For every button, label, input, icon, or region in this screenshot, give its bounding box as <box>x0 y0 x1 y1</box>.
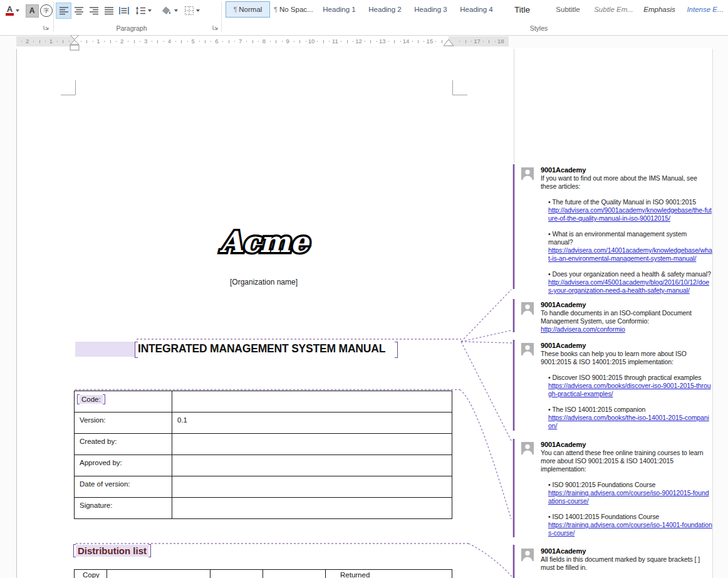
distribution-header-label: Copy <box>83 571 100 578</box>
ruler-tick <box>234 41 235 42</box>
info-label-cell[interactable]: Approved by: <box>75 455 172 476</box>
align-right-button[interactable] <box>86 3 101 19</box>
chevron-down-icon <box>174 9 178 12</box>
chevron-down-icon <box>196 9 200 12</box>
info-value-cell[interactable]: 0.1 <box>172 412 452 433</box>
ruler-number: 14 <box>403 36 410 46</box>
style-heading-3[interactable]: Heading 3 <box>408 1 453 18</box>
comment-author: 9001Academy <box>541 299 712 309</box>
distribution-column-header[interactable]: Copy <box>75 570 107 578</box>
document-info-table[interactable]: Code:Version:0.1Created by:Approved by:D… <box>74 391 452 519</box>
comment-link[interactable]: http://advisera.com/45001academy/blog/20… <box>548 278 712 295</box>
enclose-characters-button[interactable]: 字 <box>38 3 55 19</box>
style-heading-2[interactable]: Heading 2 <box>363 1 407 18</box>
ruler-tick <box>128 41 128 42</box>
comment-link[interactable]: https://advisera.com/14001academy/knowle… <box>548 246 712 263</box>
justify-button[interactable] <box>101 3 117 19</box>
ruler-number: 13 <box>379 36 386 46</box>
comment-body: 9001AcademyTo handle documents in an ISO… <box>541 299 712 334</box>
ruler-number: 3 <box>144 36 147 46</box>
style-normal[interactable]: ¶Normal <box>226 1 270 18</box>
ruler-tick <box>63 40 63 43</box>
info-value-cell[interactable] <box>172 455 452 476</box>
info-table-row: Version:0.1 <box>75 412 452 434</box>
ruler-tick <box>252 40 253 43</box>
right-indent-marker[interactable] <box>442 39 455 46</box>
info-label-cell[interactable]: Signature: <box>75 498 172 518</box>
comment-link[interactable]: https://advisera.com/books/the-iso-14001… <box>548 414 712 430</box>
style-title[interactable]: Title <box>500 1 544 18</box>
align-center-button[interactable] <box>71 3 86 19</box>
document-title[interactable]: INTEGRATED MANAGEMENT SYSTEM MANUAL <box>138 342 385 355</box>
info-value-cell[interactable] <box>172 391 452 412</box>
comment-bracket-close <box>395 342 398 358</box>
comment-link[interactable]: http://advisera.com/9001academy/knowledg… <box>548 206 712 223</box>
ruler-number: 2 <box>120 36 123 46</box>
ruler-tick <box>353 41 353 42</box>
distribute-text-button[interactable] <box>116 3 132 19</box>
style-heading-4[interactable]: Heading 4 <box>454 1 499 18</box>
comment-author: 9001Academy <box>541 164 712 174</box>
ruler-tick <box>140 41 140 42</box>
comment[interactable]: 9001AcademyThese books can help you to l… <box>521 340 713 430</box>
distribution-column-header[interactable] <box>211 570 263 578</box>
style-subtle-em-[interactable]: Subtle Em... <box>591 1 636 18</box>
ruler-tick <box>211 41 211 42</box>
left-indent-marker[interactable] <box>67 35 83 51</box>
ruler-number: 18 <box>497 36 504 46</box>
bullet-label: ISO 9001:2015 Foundations Course <box>552 481 655 488</box>
ruler-number: 10 <box>308 36 315 46</box>
ruler-tick <box>317 41 318 42</box>
info-label-cell[interactable]: Version: <box>75 412 172 433</box>
style-heading-1[interactable]: Heading 1 <box>317 1 361 18</box>
borders-button[interactable] <box>180 3 203 19</box>
comment-link[interactable]: http://advisera.com/conformio <box>541 325 712 334</box>
horizontal-ruler[interactable]: 211234567891011121314151718 <box>0 36 728 46</box>
info-label-cell[interactable]: Code: <box>75 391 172 412</box>
comment[interactable]: 9001AcademyYou can attend these free onl… <box>521 439 713 537</box>
style-no-spac-[interactable]: ¶No Spac... <box>271 1 316 18</box>
user-avatar-icon <box>521 343 534 355</box>
ruler-tick <box>86 40 87 43</box>
ruler-tick <box>116 41 117 42</box>
comment[interactable]: 9001AcademyAll fields in this document m… <box>521 545 713 572</box>
style-emphasis[interactable]: Emphasis <box>637 1 682 18</box>
distribution-table[interactable]: CopyReturned <box>74 569 452 578</box>
style-label: No Spac... <box>279 6 313 13</box>
comment-link[interactable]: https://training.advisera.com/course/iso… <box>548 521 712 537</box>
style-subtitle[interactable]: Subtitle <box>546 1 590 18</box>
distribution-column-header[interactable] <box>263 570 326 578</box>
align-left-button[interactable] <box>56 3 71 19</box>
bullet-label: ISO 14001:2015 Foundations Course <box>552 513 659 520</box>
comment-body: 9001AcademyIf you want to find out more … <box>541 164 712 295</box>
info-value-cell[interactable] <box>172 476 452 497</box>
info-value-cell[interactable] <box>172 434 452 455</box>
distribution-list-heading[interactable]: Distribution list <box>76 545 148 557</box>
ruler-tick <box>306 41 306 42</box>
info-label-cell[interactable]: Date of version: <box>75 476 172 497</box>
shading-button[interactable] <box>158 3 180 19</box>
ruler-tick <box>21 41 22 42</box>
distribution-column-header[interactable] <box>107 570 211 578</box>
info-label-cell[interactable]: Created by: <box>75 434 172 455</box>
ruler-number: 8 <box>263 36 266 46</box>
comment-link[interactable]: https://advisera.com/books/discover-iso-… <box>548 382 712 398</box>
ruler-tick <box>459 41 460 42</box>
line-spacing-button[interactable] <box>133 3 154 19</box>
comment[interactable]: 9001AcademyTo handle documents in an ISO… <box>521 299 713 334</box>
font-dialog-launcher[interactable] <box>43 24 49 31</box>
comment-link[interactable]: https://training.advisera.com/course/iso… <box>548 489 712 505</box>
info-value-cell[interactable] <box>172 498 452 518</box>
distribution-column-header[interactable]: Returned <box>326 570 452 578</box>
paragraph-dialog-launcher[interactable] <box>212 24 219 31</box>
ruler-tick <box>377 41 377 42</box>
font-color-button[interactable]: A <box>2 3 23 19</box>
enclose-characters-icon: 字 <box>40 4 53 17</box>
comment-bullet-item: • The ISO 14001:2015 companionhttps://ad… <box>541 406 712 430</box>
comment[interactable]: 9001AcademyIf you want to find out more … <box>521 164 713 295</box>
ruler-tick <box>394 40 395 43</box>
organization-name-placeholder[interactable]: [Organization name] <box>75 278 452 286</box>
ruler-tick <box>471 41 472 42</box>
style-intense-e-[interactable]: Intense E... <box>683 1 727 18</box>
pilcrow-icon: ¶ <box>234 6 237 13</box>
